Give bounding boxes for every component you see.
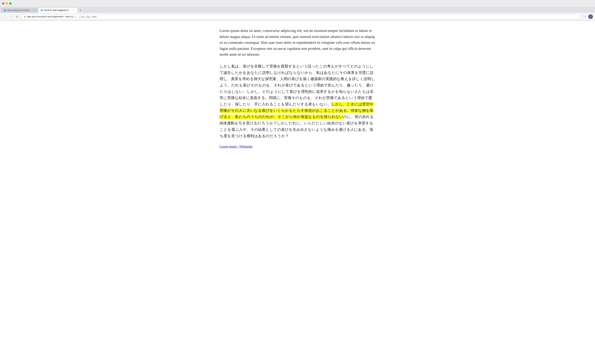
browser-chrome: 🌐 https://blog.jxck.io/drafts/scroll-...… [0,0,595,21]
tab-label-demo: Scroll To Text Fragment DEMO [44,9,71,12]
address-actions: ☆ J [583,14,593,19]
new-tab-button[interactable]: + [78,8,83,13]
maximize-button[interactable] [9,2,12,5]
tab-drafts[interactable]: 🌐 https://blog.jxck.io/drafts/scroll-...… [1,8,38,13]
page-content: Lorem ipsum dolor sit amet, consectetur … [212,21,382,159]
traffic-lights [2,2,12,5]
url-text: labs.jxck.io/scroll-to-text-fragment/#:~… [27,15,97,18]
lorem-paragraph: Lorem ipsum dolor sit amet, consectetur … [220,28,375,57]
tab-label-drafts: https://blog.jxck.io/drafts/scroll-... [7,9,32,12]
tab-close-demo[interactable]: ✕ [73,9,75,12]
url-field[interactable]: 🔒 labs.jxck.io/scroll-to-text-fragment/#… [21,14,581,19]
lorem-text: Lorem ipsum dolor sit amet, consectetur … [220,29,375,57]
forward-button[interactable]: › [8,14,13,19]
tab-bar: 🌐 https://blog.jxck.io/drafts/scroll-...… [0,7,595,13]
wikipedia-link[interactable]: Lorem ipsum - Wikipedia [220,145,252,148]
account-avatar[interactable]: J [588,14,593,19]
tab-demo[interactable]: 🌐 Scroll To Text Fragment DEMO ✕ [38,8,77,13]
title-bar [0,0,595,7]
close-button[interactable] [2,2,4,5]
minimize-button[interactable] [6,2,8,5]
lock-icon: 🔒 [24,15,26,18]
tab-close-drafts[interactable]: ✕ [34,9,36,12]
refresh-button[interactable]: ↻ [15,14,20,19]
wiki-link-text: Lorem ipsum - Wikipedia [220,145,252,148]
japanese-before-highlight: しかし私は、喜びを非難して苦痛を賞賛するという誤ったこの考えがすべてどのようにし… [220,64,375,106]
tab-favicon-demo: 🌐 [40,9,43,12]
japanese-paragraph: しかし私は、喜びを非難して苦痛を賞賛するという誤ったこの考えがすべてどのようにし… [220,63,375,139]
back-button[interactable]: ‹ [2,14,7,19]
bookmark-icon[interactable]: ☆ [583,14,587,19]
tab-favicon-drafts: 🌐 [4,9,6,12]
address-bar: ‹ › ↻ 🔒 labs.jxck.io/scroll-to-text-frag… [0,13,595,21]
